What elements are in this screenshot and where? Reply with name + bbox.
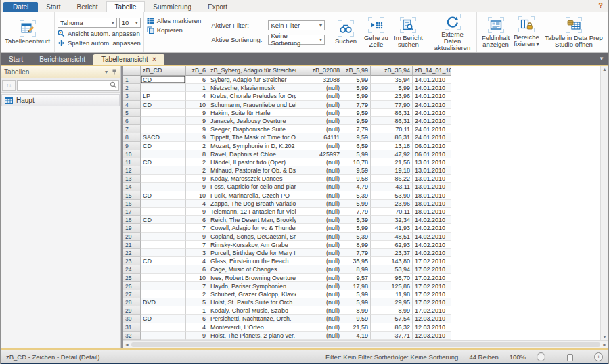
row-number[interactable]: 20 xyxy=(123,233,141,241)
table-cell[interactable] xyxy=(141,332,186,340)
row-number[interactable]: 22 xyxy=(123,249,141,257)
search-input[interactable] xyxy=(18,81,118,90)
row-number[interactable]: 29 xyxy=(123,306,141,315)
table-cell[interactable]: (null) xyxy=(296,101,342,109)
table-cell[interactable]: 70,11 xyxy=(371,208,413,216)
table-cell[interactable]: 5,39 xyxy=(342,233,371,241)
table-cell[interactable] xyxy=(141,224,186,232)
scroll-up-icon[interactable]: ▲ xyxy=(602,66,607,73)
table-cell[interactable]: 425997 xyxy=(296,150,342,158)
row-number[interactable]: 31 xyxy=(123,323,141,332)
table-cell[interactable]: 1 xyxy=(186,84,208,92)
table-cell[interactable]: (null) xyxy=(296,315,342,323)
table-cell[interactable]: Holst, The Planets, 2 piano ver. xyxy=(208,332,296,340)
table-cell[interactable]: (null) xyxy=(296,241,342,249)
table-cell[interactable]: 62,93 xyxy=(371,241,413,249)
font-name-select[interactable]: Tahoma▾ xyxy=(58,18,117,28)
table-cell[interactable]: 18.01.2010 xyxy=(413,191,451,200)
table-cell[interactable]: 14.02.2010 xyxy=(413,249,451,257)
table-cell[interactable]: 23,96 xyxy=(371,92,413,100)
table-cell[interactable]: 48,51 xyxy=(371,233,413,241)
column-header[interactable]: zB_32088 xyxy=(296,66,342,76)
table-cell[interactable]: 70,11 xyxy=(371,125,413,133)
table-cell[interactable]: 9,59 xyxy=(342,117,371,125)
zoom-slider[interactable] xyxy=(548,357,591,357)
table-cell[interactable]: 10 xyxy=(186,191,208,200)
table-cell[interactable]: 9 xyxy=(186,175,208,183)
table-cell[interactable]: Copland, Songs, DeGaetani, Smit xyxy=(208,233,296,241)
table-cell[interactable]: 86,31 xyxy=(371,117,413,125)
row-number[interactable]: 8 xyxy=(123,133,141,141)
table-cell[interactable]: 10 xyxy=(186,274,208,282)
table-cell[interactable]: 24.01.2010 xyxy=(413,109,451,117)
table-cell[interactable]: 8 xyxy=(186,150,208,158)
column-header[interactable]: zB_Syberg, Adagio für Streicher xyxy=(208,66,296,76)
table-cell[interactable] xyxy=(141,109,186,117)
table-cell[interactable]: CD xyxy=(141,158,186,166)
table-cell[interactable]: 17.02.2010 xyxy=(413,306,451,315)
help-icon[interactable]: ? xyxy=(598,1,603,9)
table-cell[interactable]: 14.01.2010 xyxy=(413,84,451,92)
table-cell[interactable]: 9 xyxy=(186,125,208,133)
table-cell[interactable]: 2 xyxy=(186,166,208,175)
table-cell[interactable] xyxy=(141,175,186,183)
table-cell[interactable]: 17.02.2010 xyxy=(413,282,451,290)
pin-icon[interactable] xyxy=(112,69,117,75)
table-cell[interactable]: 8,99 xyxy=(342,265,371,273)
table-cell[interactable]: (null) xyxy=(296,125,342,133)
table-cell[interactable]: Ravel, Daphnis et Chloe xyxy=(208,150,296,158)
table-cell[interactable]: 32088 xyxy=(296,76,342,84)
table-cell[interactable]: (null) xyxy=(296,142,342,150)
row-number[interactable]: 24 xyxy=(123,265,141,273)
table-cell[interactable]: 17.02.2010 xyxy=(413,290,451,298)
row-number[interactable]: 16 xyxy=(123,200,141,208)
table-cell[interactable]: 13.01.2010 xyxy=(413,158,451,166)
table-cell[interactable] xyxy=(141,290,186,298)
row-number[interactable]: 18 xyxy=(123,216,141,224)
tab-summierung[interactable]: Summierung xyxy=(145,2,200,12)
table-cell[interactable]: 43,11 xyxy=(371,183,413,191)
table-cell[interactable]: 5,99 xyxy=(342,224,371,232)
table-cell[interactable]: LP xyxy=(141,92,186,100)
table-cell[interactable]: (null) xyxy=(296,191,342,200)
table-cell[interactable]: 53,90 xyxy=(371,191,413,200)
table-cell[interactable]: 5,99 xyxy=(371,84,413,92)
table-cell[interactable]: CD xyxy=(141,76,186,84)
column-header[interactable]: zB_6 xyxy=(186,66,208,76)
table-cell[interactable] xyxy=(141,265,186,273)
table-cell[interactable]: 17.02.2010 xyxy=(413,298,451,306)
tab-start[interactable]: Start xyxy=(38,2,68,12)
table-cell[interactable]: 23,37 xyxy=(371,249,413,257)
table-cell[interactable]: 8,99 xyxy=(342,306,371,315)
row-number[interactable]: 9 xyxy=(123,142,141,150)
table-cell[interactable]: 12.03.2010 xyxy=(413,332,451,340)
table-cell[interactable]: 10,78 xyxy=(342,158,371,166)
table-cell[interactable]: (null) xyxy=(296,175,342,183)
table-cell[interactable]: 8,99 xyxy=(371,306,413,315)
table-cell[interactable]: 24.01.2010 xyxy=(413,117,451,125)
row-number[interactable]: 11 xyxy=(123,158,141,166)
table-cell[interactable]: 9 xyxy=(186,183,208,191)
table-cell[interactable]: 77,90 xyxy=(371,101,413,109)
table-cell[interactable]: 10 xyxy=(186,101,208,109)
column-header[interactable]: zB_35,94 xyxy=(371,66,413,76)
row-number[interactable]: 17 xyxy=(123,208,141,216)
table-cell[interactable]: 9,57 xyxy=(342,274,371,282)
table-cell[interactable]: CD xyxy=(141,191,186,200)
table-cell[interactable]: Glass, Einstein on the Beach xyxy=(208,257,296,265)
row-number[interactable]: 25 xyxy=(123,274,141,282)
table-cell[interactable]: 14.01.2010 xyxy=(413,76,451,84)
ansicht-autom-button[interactable]: Ansicht autom. anpassen xyxy=(58,30,141,37)
scroll-down-icon[interactable]: ▼ xyxy=(602,334,607,340)
table-cell[interactable]: 24.01.2010 xyxy=(413,133,451,141)
table-cell[interactable]: Krebs, Chorale Preludes for Organ xyxy=(208,92,296,100)
table-cell[interactable]: (null) xyxy=(296,166,342,175)
table-cell[interactable]: 53,94 xyxy=(371,265,413,273)
table-cell[interactable]: (null) xyxy=(296,92,342,100)
row-number[interactable]: 6 xyxy=(123,117,141,125)
kopieren-button[interactable]: Kopieren xyxy=(147,26,201,34)
alles-markieren-button[interactable]: Alles markieren xyxy=(147,17,201,24)
zoom-in-button[interactable]: + xyxy=(594,352,603,361)
externe-daten-button[interactable]: Externe Daten aktualisieren xyxy=(431,12,474,53)
table-cell[interactable]: (null) xyxy=(296,233,342,241)
